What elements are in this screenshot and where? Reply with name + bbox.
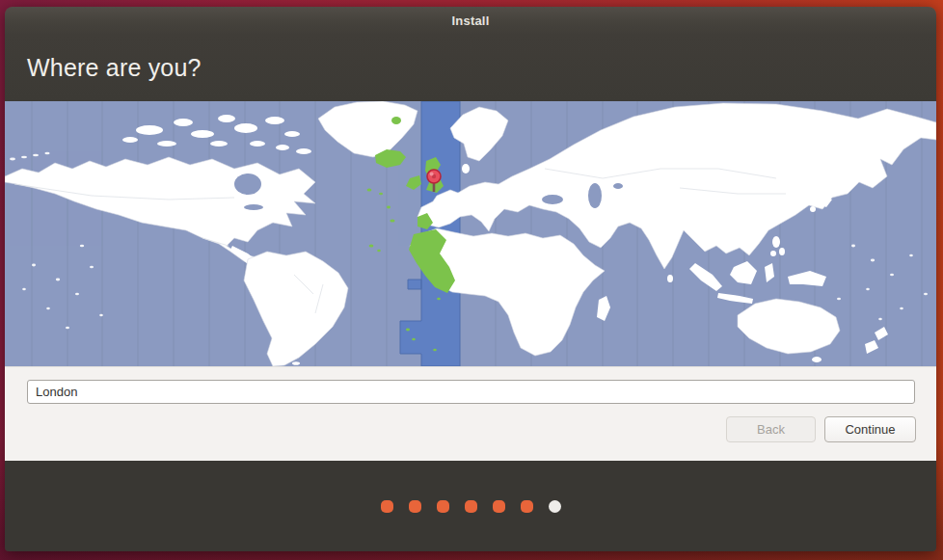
back-button[interactable]: Back <box>726 416 816 442</box>
progress-dot <box>381 500 393 513</box>
timezone-map[interactable] <box>5 101 936 366</box>
progress-dot <box>465 500 477 513</box>
window-titlebar[interactable]: Install <box>5 7 936 35</box>
progress-dot <box>437 500 449 513</box>
progress-dot <box>521 500 533 513</box>
location-input[interactable] <box>27 380 915 404</box>
continue-button[interactable]: Continue <box>824 416 916 442</box>
location-form: Back Continue <box>5 366 936 461</box>
progress-dot-current <box>549 500 561 513</box>
progress-dot <box>409 500 421 513</box>
progress-footer <box>5 461 936 551</box>
installer-window: Install Where are you? <box>5 7 936 551</box>
window-title: Install <box>452 13 490 28</box>
progress-dot <box>493 500 505 513</box>
page-title: Where are you? <box>27 54 202 82</box>
progress-dots <box>381 500 561 513</box>
page-header: Where are you? <box>5 35 936 101</box>
action-buttons: Back Continue <box>726 416 916 442</box>
world-map-image <box>5 101 936 366</box>
